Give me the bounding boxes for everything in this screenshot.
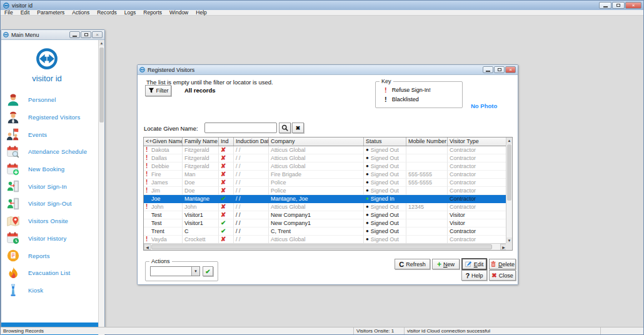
locate-clear-button[interactable]: ✖ xyxy=(292,122,304,133)
sidebar-item-personnel[interactable]: Personnel xyxy=(1,91,93,109)
menu-help[interactable]: Help xyxy=(192,10,210,16)
grid-scrollbar-thumb[interactable] xyxy=(507,144,511,201)
cell-given-name: !Debbie xyxy=(144,162,183,171)
sidebar-item-new-booking[interactable]: New Booking xyxy=(1,161,93,178)
run-action-button[interactable]: ✔ xyxy=(203,266,213,276)
refresh-icon: C xyxy=(399,261,404,268)
chevron-down-icon[interactable]: ▼ xyxy=(191,267,199,276)
cell-given-name: !James xyxy=(144,179,183,187)
sidebar-item-attendance-schedule[interactable]: Attendance Schedule xyxy=(1,143,93,161)
signed-out-dot-icon: ● xyxy=(366,229,369,234)
grid-horizontal-scrollbar[interactable]: ◀ ▶ xyxy=(144,243,507,250)
new-button[interactable]: + New xyxy=(432,259,460,269)
grid-column-header[interactable]: Mobile Number xyxy=(406,138,448,146)
cell-given-name: !John xyxy=(144,203,183,211)
grid-column-header[interactable]: Company xyxy=(269,138,364,146)
cell-status: ●Signed Out xyxy=(364,211,406,219)
visitor-sign-in-icon xyxy=(6,179,20,193)
locate-search-button[interactable] xyxy=(279,122,291,133)
edit-button-label: Edit xyxy=(474,261,484,268)
table-row[interactable]: !DallasFitzgerald✘/ /Atticus Global●Sign… xyxy=(144,154,507,162)
cell-family-name: Man xyxy=(183,171,219,179)
cell-inducted: ✘ xyxy=(219,187,234,195)
menu-reports[interactable]: Reports xyxy=(139,10,166,16)
menu-records[interactable]: Records xyxy=(93,10,121,16)
cell-mobile-number xyxy=(406,219,448,228)
menu-window[interactable]: Window xyxy=(166,10,192,16)
signed-out-dot-icon: ● xyxy=(366,212,369,218)
signed-out-dot-icon: ● xyxy=(366,188,369,193)
scroll-up-icon[interactable]: ▲ xyxy=(99,40,104,46)
cell-visitor-type: Contractor xyxy=(448,146,507,154)
sidebar-item-kiosk[interactable]: Kiosk xyxy=(1,282,93,299)
sidebar-item-label: Personnel xyxy=(28,96,56,103)
grid-column-header[interactable]: Ind xyxy=(219,138,234,146)
sidebar-item-registered-visitors[interactable]: Registered Visitors xyxy=(1,109,93,126)
grid-scroll-up-icon[interactable]: ▲ xyxy=(506,138,512,144)
app-minimize-button[interactable] xyxy=(599,2,611,9)
sidebar-item-label: Reports xyxy=(28,252,50,259)
sidebar-item-label: Registered Visitors xyxy=(28,114,80,121)
grid-scroll-left-icon[interactable]: ◀ xyxy=(144,244,151,250)
filter-button[interactable]: Filter xyxy=(145,85,171,96)
menu-logs[interactable]: Logs xyxy=(121,10,139,16)
rv-close-button[interactable]: × xyxy=(505,66,516,73)
actions-combobox[interactable]: ▼ xyxy=(150,266,200,276)
cell-status: ●Signed Out xyxy=(364,179,406,187)
table-row[interactable]: !FireMan✘/ /Fire Brigade●Signed Out555-5… xyxy=(144,171,507,179)
scrollbar-thumb[interactable] xyxy=(99,48,104,122)
app-close-button[interactable]: × xyxy=(625,2,641,9)
cell-inducted: ✘ xyxy=(219,211,234,219)
registered-visitors-title: Registered Visitors xyxy=(148,67,194,73)
sidebar-item-visitor-history[interactable]: Visitor History xyxy=(1,230,93,248)
grid-column-header[interactable]: Induction Date xyxy=(234,138,269,146)
table-row[interactable]: TestVisitor1✔/ /New Company1●Signed OutV… xyxy=(144,219,507,228)
table-row[interactable]: !JohnJohn✘/ /Atticus Global●Signed Out12… xyxy=(144,203,507,211)
menu-parameters[interactable]: Parameters xyxy=(33,10,68,16)
table-row[interactable]: !JimDoe✘/ /Police●Signed OutContractor xyxy=(144,187,507,195)
locate-given-name-input[interactable] xyxy=(204,122,277,133)
edit-button[interactable]: Edit xyxy=(461,258,487,270)
evacuation-list-icon xyxy=(6,266,20,280)
main-menu-minimize-button[interactable] xyxy=(69,31,80,38)
app-restore-button[interactable] xyxy=(612,2,625,9)
close-button[interactable]: ✖ Close xyxy=(489,270,516,281)
inducted-cross-icon: ✘ xyxy=(221,154,226,162)
actions-groupbox: Actions ▼ ✔ xyxy=(145,258,218,281)
sidebar-item-visitor-sign-out[interactable]: Visitor Sign-Out xyxy=(1,195,93,212)
menu-actions[interactable]: Actions xyxy=(68,10,93,16)
sidebar-item-reports[interactable]: Reports xyxy=(1,247,93,264)
table-row[interactable]: JoeMantagne✔/ /Mantagne, Joe●Signed InCo… xyxy=(144,195,507,203)
main-menu-close-button[interactable]: × xyxy=(92,31,103,38)
sidebar-item-evacuation-list[interactable]: Evacuation List xyxy=(1,264,93,282)
rv-restore-button[interactable] xyxy=(494,66,505,73)
cell-given-name: Joe xyxy=(144,195,183,203)
grid-column-header[interactable]: Family Name xyxy=(183,138,219,146)
table-row[interactable]: !DakotaFitzgerald✘/ /Atticus Global●Sign… xyxy=(144,146,507,154)
rv-minimize-button[interactable] xyxy=(483,66,493,73)
main-menu-body: visitor id PersonnelRegistered VisitorsE… xyxy=(1,40,104,335)
grid-vertical-scrollbar[interactable]: ▲ ▼ xyxy=(506,138,512,244)
main-menu-restore-button[interactable] xyxy=(81,31,91,38)
grid-column-header[interactable]: Visitor Type xyxy=(448,138,507,146)
main-menu-scrollbar[interactable]: ▲ ▼ xyxy=(98,40,104,335)
app-title: visitor id xyxy=(12,2,33,9)
delete-button[interactable]: Delete xyxy=(489,259,516,269)
sidebar-item-visitors-onsite[interactable]: Visitors Onsite xyxy=(1,212,93,230)
table-row[interactable]: !DebbieFitzgerald✘/ /Atticus Global●Sign… xyxy=(144,162,507,171)
grid-hscrollbar-thumb[interactable] xyxy=(151,244,492,249)
table-row[interactable]: TestVisitor1✘/ /New Company1●Signed OutV… xyxy=(144,211,507,219)
menu-file[interactable]: File xyxy=(1,10,17,16)
table-row[interactable]: !JamesDoe✘/ /Police●Signed Out555-5555Co… xyxy=(144,179,507,187)
cell-inducted: ✘ xyxy=(219,179,234,187)
grid-column-header[interactable]: Status xyxy=(364,138,406,146)
table-row[interactable]: TrentC✔/ /C, Trent●Signed OutContractor xyxy=(144,228,507,236)
refresh-button[interactable]: C Refresh xyxy=(395,259,430,269)
cell-mobile-number: 555-5555 xyxy=(406,179,448,187)
help-button[interactable]: ? Help xyxy=(461,270,487,281)
sidebar-item-visitor-sign-in[interactable]: Visitor Sign-In xyxy=(1,178,93,195)
cell-inducted: ✘ xyxy=(219,203,234,211)
sidebar-item-events[interactable]: Events xyxy=(1,126,93,143)
grid-column-header[interactable]: <+Given Name> xyxy=(144,138,183,146)
menu-edit[interactable]: Edit xyxy=(17,10,34,16)
